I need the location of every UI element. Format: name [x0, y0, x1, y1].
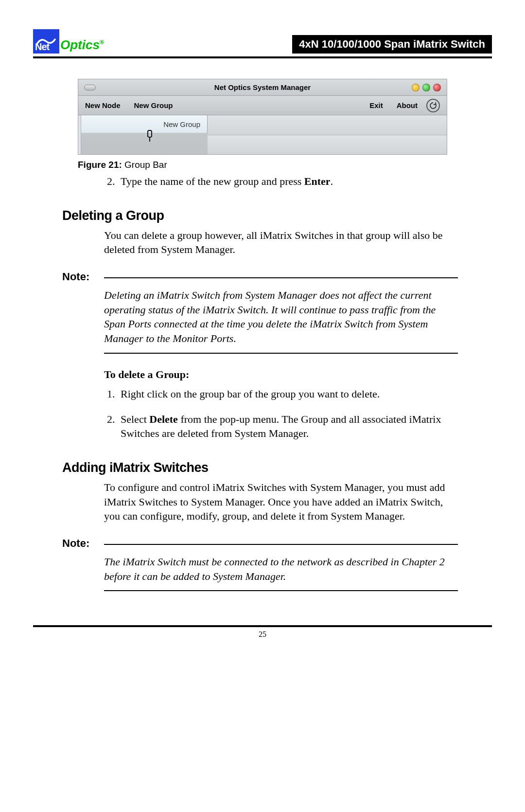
note-body: Deleting an iMatrix Switch from System M… — [104, 288, 458, 346]
close-icon[interactable] — [433, 84, 441, 91]
step-item: Right click on the group bar of the grou… — [118, 387, 458, 401]
window-titlebar: Net Optics System Manager — [78, 79, 447, 96]
figure-caption: Figure 21: Group Bar — [78, 160, 492, 170]
about-button[interactable]: About — [397, 101, 418, 109]
cursor-icon — [144, 130, 155, 145]
note-header: Note: — [62, 271, 458, 283]
logo: Net Optics® — [33, 29, 104, 54]
note-rule — [104, 277, 458, 278]
window-controls — [412, 84, 441, 91]
logo-mark: Net — [33, 29, 59, 54]
section-heading-deleting: Deleting a Group — [62, 208, 492, 223]
header-rule — [33, 56, 492, 58]
note-label: Note: — [62, 271, 104, 283]
window-handle-icon — [84, 85, 96, 90]
new-node-button[interactable]: New Node — [85, 101, 121, 109]
page-header: Net Optics® 4xN 10/100/1000 Span iMatrix… — [33, 29, 492, 54]
toolbar: New Node New Group Exit About — [78, 96, 447, 115]
continuation-step-list: Type the name of the new group and press… — [104, 174, 458, 189]
window-title: Net Optics System Manager — [214, 83, 311, 91]
note-rule — [104, 544, 458, 545]
note-end-rule — [104, 590, 458, 591]
note-end-rule — [104, 353, 458, 354]
procedure-heading: To delete a Group: — [104, 368, 492, 381]
footer-rule — [33, 625, 492, 627]
refresh-icon — [429, 101, 438, 110]
logo-net-text: Net — [35, 41, 49, 53]
minimize-icon[interactable] — [412, 84, 420, 91]
step-item: Select Delete from the pop-up menu. The … — [118, 412, 458, 441]
list-row — [208, 135, 447, 155]
logo-optics-text: Optics® — [60, 37, 104, 53]
paragraph: To configure and control iMatrix Switche… — [104, 480, 458, 523]
exit-button[interactable]: Exit — [369, 101, 383, 109]
list-row — [208, 115, 447, 135]
figure-screenshot: Net Optics System Manager New Node New G… — [78, 79, 447, 155]
document-title: 4xN 10/100/1000 Span iMatrix Switch — [292, 35, 492, 54]
new-group-button[interactable]: New Group — [134, 101, 173, 109]
step-item: Type the name of the new group and press… — [118, 174, 458, 189]
refresh-button[interactable] — [426, 99, 440, 112]
procedure-steps: Right click on the group bar of the grou… — [104, 387, 458, 441]
note-body: The iMatrix Switch must be connected to … — [104, 555, 458, 583]
zoom-icon[interactable] — [422, 84, 430, 91]
note-header: Note: — [62, 537, 458, 550]
paragraph: You can delete a group however, all iMat… — [104, 228, 458, 257]
note-label: Note: — [62, 537, 104, 550]
group-name-input[interactable]: New Group — [163, 120, 200, 128]
section-heading-adding: Adding iMatrix Switches — [62, 460, 492, 475]
page-number: 25 — [33, 630, 492, 639]
